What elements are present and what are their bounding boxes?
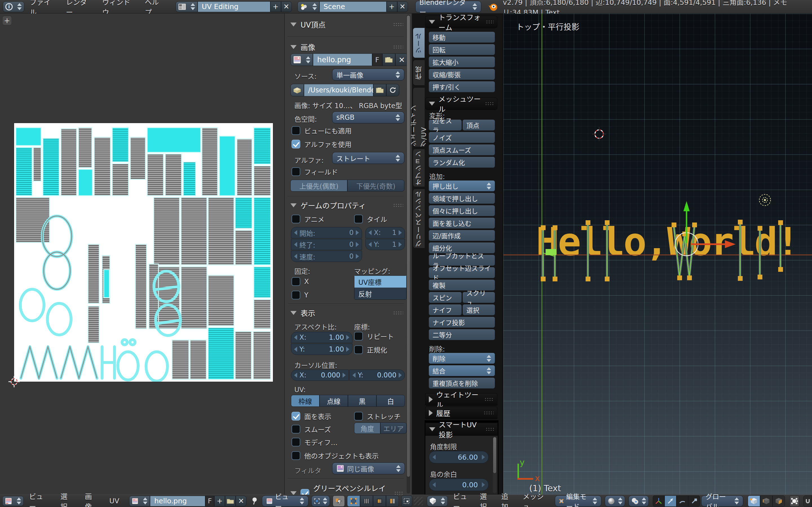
packed-file-button[interactable]: [290, 84, 304, 96]
shelf-tab-grease-pencil[interactable]: グリースペンシル: [413, 189, 424, 248]
fake-user-button[interactable]: F: [372, 54, 382, 66]
sticky-select-dropdown[interactable]: [401, 496, 412, 507]
scene-icon-button[interactable]: [297, 1, 319, 12]
limit-selection-visible-button[interactable]: [790, 496, 799, 507]
uv-dash-button[interactable]: 点線: [319, 395, 348, 407]
shading-dropdown[interactable]: [605, 496, 625, 507]
add-scene-button[interactable]: +: [387, 1, 397, 12]
delete-scene-button[interactable]: ✕: [397, 1, 408, 12]
uv-black-button[interactable]: 黒: [348, 395, 376, 407]
reload-image-button[interactable]: [386, 84, 399, 96]
shrink-fatten-button[interactable]: 収縮/膨張: [428, 69, 495, 80]
panel-mesh-tools[interactable]: メッシュツール: [425, 98, 497, 110]
edge-mode-button[interactable]: [760, 496, 772, 507]
manipulator-translate-button[interactable]: [665, 496, 676, 507]
shelf-tab-create[interactable]: 作成: [413, 60, 424, 86]
field-lower-first-button[interactable]: 下優先(奇数): [347, 180, 404, 191]
uv-menu-uv[interactable]: UV: [109, 497, 119, 505]
panel-image[interactable]: 画像: [290, 42, 403, 52]
manipulator-toggle-button[interactable]: [653, 496, 665, 507]
browse-path-button[interactable]: [373, 84, 386, 96]
image-name-field[interactable]: hello.png: [313, 54, 372, 66]
shelf-tab-options[interactable]: オプション: [413, 149, 424, 187]
stretch-angle-button[interactable]: 角度: [354, 422, 380, 434]
orientation-dropdown[interactable]: グローバル: [701, 496, 743, 507]
offset-edge-slide-button[interactable]: オフセット辺スライド: [428, 267, 495, 278]
uv-menu-image[interactable]: 画像: [85, 491, 99, 507]
scene-name-field[interactable]: Scene: [319, 1, 387, 12]
mode-dropdown[interactable]: 編集モード: [555, 496, 601, 507]
field-upper-first-button[interactable]: 上優先(偶数): [290, 180, 347, 191]
anim-speed-field[interactable]: 速度:0: [291, 251, 362, 262]
tiles-y-field[interactable]: Y:1: [365, 239, 405, 250]
stretch-area-button[interactable]: エリア: [380, 422, 407, 434]
uv-menu-view[interactable]: ビュー: [29, 491, 50, 507]
panel-grip[interactable]: [393, 45, 403, 49]
region-expand-button[interactable]: +: [2, 16, 12, 25]
checkbox-tiles[interactable]: タイル: [354, 214, 387, 224]
checkbox-draw-faces[interactable]: 面を表示: [292, 411, 331, 421]
region-resize-grip[interactable]: [414, 497, 423, 505]
properties-scrollbar[interactable]: [407, 15, 410, 494]
panel-grip[interactable]: [393, 311, 403, 315]
anim-start-field[interactable]: 開始:0: [291, 227, 362, 238]
edge-slide-button[interactable]: 辺をスラ: [428, 119, 462, 131]
v3d-menu-mesh[interactable]: メッシュ: [523, 491, 544, 507]
extrude-menu[interactable]: 押し出し: [428, 180, 495, 191]
manipulator-scale-button[interactable]: [688, 496, 700, 507]
uv-editor-canvas[interactable]: +: [0, 13, 285, 495]
uv-menu-select[interactable]: 選択: [60, 491, 74, 507]
panel-grip[interactable]: [485, 102, 494, 106]
checkbox-clamp-y[interactable]: Y: [292, 291, 308, 299]
randomize-button[interactable]: ランダム化: [428, 157, 495, 168]
shelf-tab-tools[interactable]: ツール: [413, 27, 424, 58]
delete-screen-layout-button[interactable]: ✕: [281, 1, 292, 12]
panel-display[interactable]: 表示: [290, 307, 403, 318]
checkbox-view-as-render[interactable]: ビューにも適用: [292, 126, 352, 135]
panel-weight-tools[interactable]: ウェイトツール: [425, 393, 497, 406]
spin-button[interactable]: スピン: [428, 292, 462, 303]
remove-doubles-button[interactable]: 重複頂点を削除: [428, 378, 495, 389]
pivot-dropdown[interactable]: [311, 496, 330, 507]
merge-menu[interactable]: 結合: [428, 365, 495, 376]
checkbox-fields[interactable]: フィールド: [292, 167, 338, 177]
knife-button[interactable]: ナイフ: [428, 304, 462, 316]
checkbox-repeat[interactable]: リピート: [354, 331, 394, 341]
shelf-tab-shading-uv[interactable]: シェーディング/UV: [413, 87, 424, 147]
delete-menu[interactable]: 削除: [428, 353, 495, 364]
cursor-y-field[interactable]: Y:0.000: [349, 370, 405, 381]
filter-dropdown[interactable]: 同じ画像: [332, 462, 405, 474]
new-image-button[interactable]: +: [214, 496, 225, 506]
select-mode-vertex-button[interactable]: [347, 496, 360, 507]
screen-layout-name-field[interactable]: UV Editing: [198, 1, 270, 12]
editor-type-info-button[interactable]: i: [3, 1, 24, 12]
inset-faces-button[interactable]: 面を差し込む: [428, 217, 495, 229]
scale-button[interactable]: 拡大縮小: [428, 56, 495, 68]
shelf-scrollbar[interactable]: [493, 437, 497, 493]
alpha-mode-dropdown[interactable]: ストレート: [332, 152, 404, 164]
mapping-uv-option[interactable]: UV座標: [354, 276, 406, 288]
rotate-button[interactable]: 回転: [428, 44, 495, 55]
anim-end-field[interactable]: 終了:0: [291, 239, 362, 250]
fake-user-button[interactable]: F: [205, 496, 214, 506]
angle-limit-slider[interactable]: 66.00: [429, 451, 489, 463]
extrude-individual-button[interactable]: 個々に押し出し: [428, 205, 495, 216]
panel-grip[interactable]: [486, 427, 494, 431]
uv-outline-button[interactable]: 枠線: [291, 395, 319, 407]
panel-grip[interactable]: [484, 411, 494, 415]
colorspace-dropdown[interactable]: sRGB: [332, 112, 404, 123]
pin-button[interactable]: [249, 496, 260, 506]
panel-game-properties[interactable]: ゲームのプロパティ: [290, 200, 403, 210]
viewport-3d[interactable]: Hello,World!: [503, 13, 812, 495]
image-browse-button[interactable]: [129, 496, 150, 506]
make-edge-face-button[interactable]: 辺/面作成: [428, 230, 495, 241]
v3d-menu-select[interactable]: 選択: [480, 491, 491, 507]
checkbox-anim[interactable]: アニメ: [292, 214, 324, 224]
unlink-image-button[interactable]: ✕: [236, 496, 246, 506]
checkbox-use-alpha[interactable]: アルファを使用: [292, 139, 352, 149]
v3d-menu-view[interactable]: ビュー: [453, 491, 469, 507]
cursor-x-field[interactable]: X:0.000: [291, 370, 349, 381]
screw-button[interactable]: スクリュ: [462, 292, 495, 303]
face-mode-button[interactable]: [772, 496, 785, 507]
panel-grip[interactable]: [486, 20, 494, 24]
